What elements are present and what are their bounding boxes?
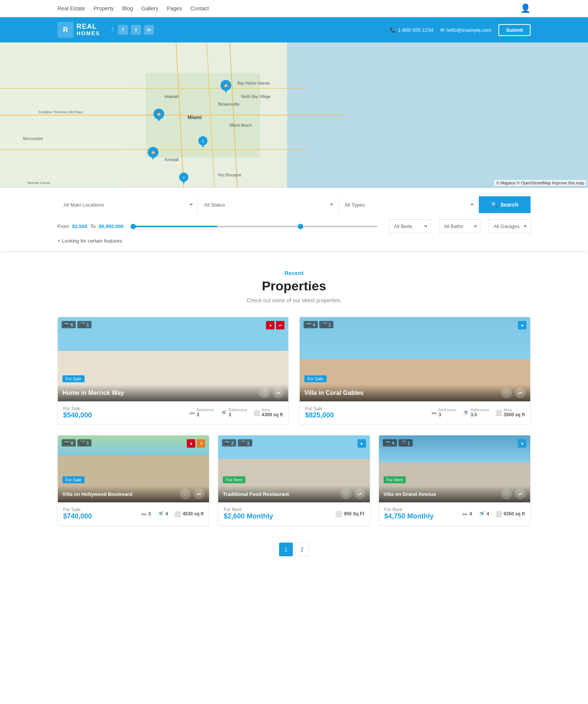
slider-handle-left[interactable] [131, 224, 136, 229]
bathrooms-stat-1: 🚿 Bathrooms 3 [220, 408, 247, 417]
card-price-1: $540,000 [63, 411, 92, 419]
beds-select[interactable]: All Beds [389, 219, 431, 233]
svg-text:Hialeah: Hialeah [165, 94, 179, 99]
submit-button[interactable]: Submit [498, 24, 531, 36]
card-title-2: Villa in Coral Gables [304, 389, 363, 396]
price-slider[interactable] [131, 226, 377, 227]
card-meta-3: For Sale $740,000 🛏 3 🚿 4 ⬜ [63, 507, 204, 520]
area-stat-1: ⬜ Area 4300 sq ft [253, 408, 283, 417]
svg-text:🏠: 🏠 [157, 112, 162, 117]
card-sale-2: For Sale [305, 406, 334, 411]
card-image-4: 📷 2 🎬 1 ★ For Rent Traditional Food Rest… [218, 435, 369, 502]
price-to-label: To [90, 223, 96, 229]
svg-text:North Bay Village: North Bay Village [241, 95, 271, 99]
bed-icon-3: 🛏 [141, 511, 147, 517]
phone-icon: 📞 [390, 27, 396, 33]
bed-icon-1: 🛏 [189, 410, 195, 416]
nav-gallery[interactable]: Gallery [141, 5, 158, 11]
nav-contact[interactable]: Contact [190, 5, 209, 11]
svg-text:Smallpox Tommies Old Place: Smallpox Tommies Old Place [38, 110, 83, 114]
baths-select[interactable]: All Baths [439, 219, 481, 233]
compare-btn-3[interactable]: ⇌ [194, 489, 204, 499]
video-count-badge-5: 🎬 1 [399, 439, 413, 447]
property-grid-small: 📷 8 🎬 1 ★ 4 For Sale Villa on Hollywood … [57, 435, 531, 525]
pagination: 1 2 [57, 539, 531, 568]
area-val-5: 9350 sq ft [504, 511, 525, 517]
card-badges-tr-4: ★ [358, 439, 366, 448]
card-left-1: For Sale $540,000 [63, 406, 92, 419]
features-link[interactable]: + Looking for certain features [57, 238, 531, 244]
card-body-3: For Sale $740,000 🛏 3 🚿 4 ⬜ [58, 502, 209, 525]
card-title-bar-2: Villa in Coral Gables ♡ ⇌ [300, 385, 530, 401]
status-badge-5: For Rent [384, 476, 406, 483]
area-icon-5: ⬜ [495, 511, 502, 517]
bath-icon-3: 🚿 [157, 511, 163, 517]
video-count-badge-3: 🎬 1 [77, 439, 91, 447]
card-title-3: Villa on Hollywood Boulevard [62, 491, 132, 497]
logo-text: REAL HOMES [77, 23, 100, 36]
property-card-2: 📷 4 🎬 1 ★ For Sale Villa in Coral Gables… [299, 317, 531, 424]
card-body-5: For Rent $4,750 Monthly 🛏 4 🚿 4 [379, 502, 530, 525]
mapbox-credit: © Mapbox © OpenStreetMap Improve this ma… [494, 180, 586, 186]
card-stats-2: 🛏 Bedrooms 3 🚿 Bathrooms 3.5 [431, 408, 525, 417]
status-select[interactable]: All Status [198, 197, 338, 213]
logo-icon: R [57, 22, 74, 38]
card-badges-tr-3: ★ 4 [187, 439, 205, 448]
logo[interactable]: R REAL HOMES [57, 22, 100, 38]
compare-btn-2[interactable]: ⇌ [515, 388, 526, 398]
nav-pages[interactable]: Pages [167, 5, 182, 11]
video-count-badge-2: 🎬 1 [319, 321, 333, 328]
favorite-btn-2[interactable]: ♡ [501, 388, 512, 398]
page-btn-2[interactable]: 2 [295, 543, 309, 556]
slider-handle-right[interactable] [298, 224, 303, 229]
garages-select[interactable]: All Garages [488, 219, 531, 233]
top-nav: Real Estate Property Blog Gallery Pages … [0, 0, 588, 17]
nav-property[interactable]: Property [93, 5, 114, 11]
bath-val-5: 4 [487, 511, 489, 517]
card-image-2: 📷 4 🎬 1 ★ For Sale Villa in Coral Gables… [300, 317, 530, 401]
svg-text:Key Biscayne: Key Biscayne [218, 173, 242, 177]
compare-btn-1[interactable]: ⇌ [273, 388, 284, 398]
email-contact: ✉ hello@example.com [440, 27, 492, 33]
nav-blog[interactable]: Blog [122, 5, 133, 11]
flag-blue-icon-4: ★ [358, 439, 366, 448]
price-range: From $2,500 To $6,950,000 [57, 223, 381, 229]
favorite-btn-3[interactable]: ♡ [180, 489, 191, 499]
bedrooms-stat-1: 🛏 Bedrooms 3 [189, 408, 214, 417]
card-left-4: For Rent $2,600 Monthly [224, 507, 273, 520]
property-card-5: 📷 4 🎬 1 ★ For Rent Villa on Grand Avenue… [379, 435, 531, 525]
page-btn-1[interactable]: 1 [279, 543, 293, 556]
area-icon-1: ⬜ [253, 410, 260, 416]
card-actions-4: ♡ ⇌ [341, 489, 365, 499]
social-icons: f t in [118, 25, 154, 35]
compare-btn-4[interactable]: ⇌ [354, 489, 365, 499]
facebook-icon[interactable]: f [118, 25, 128, 35]
search-button[interactable]: 🔍 Search [479, 196, 531, 213]
twitter-icon[interactable]: t [131, 25, 141, 35]
bathrooms-stat-5: 🚿 4 [478, 511, 489, 517]
area-val-3: 4530 sq ft [183, 511, 204, 517]
area-icon-3: ⬜ [174, 511, 181, 517]
card-actions-2: ♡ ⇌ [501, 388, 526, 398]
card-stats-5: 🛏 4 🚿 4 ⬜ 9350 sq ft [462, 511, 525, 517]
flag-extra-icon-3: 4 [197, 439, 205, 448]
location-select[interactable]: All Main Locations [57, 197, 198, 213]
phone-contact: 📞 1-800-555-1234 [390, 27, 433, 33]
linkedin-icon[interactable]: in [144, 25, 154, 35]
bed-val-1: 3 [197, 412, 199, 417]
svg-text:Brownsville: Brownsville [218, 102, 240, 106]
user-icon[interactable]: 👤 [520, 3, 531, 13]
bed-label-1: Bedrooms [197, 408, 214, 412]
nav-real-estate[interactable]: Real Estate [57, 5, 85, 11]
types-select[interactable]: All Types [338, 197, 479, 213]
svg-text:Bay Harbor Islands: Bay Harbor Islands [237, 81, 270, 85]
status-badge-1: For Sale [62, 375, 85, 382]
favorite-btn-4[interactable]: ♡ [341, 489, 351, 499]
area-val-1: 4300 sq ft [262, 412, 283, 417]
favorite-btn-1[interactable]: ♡ [259, 388, 270, 398]
favorite-btn-5[interactable]: ♡ [501, 489, 512, 499]
bath-val-3: 4 [165, 511, 168, 517]
compare-btn-5[interactable]: ⇌ [515, 489, 526, 499]
card-badges-tl-2: 📷 4 🎬 1 [304, 321, 333, 328]
flag-blue-icon-5: ★ [518, 439, 526, 448]
